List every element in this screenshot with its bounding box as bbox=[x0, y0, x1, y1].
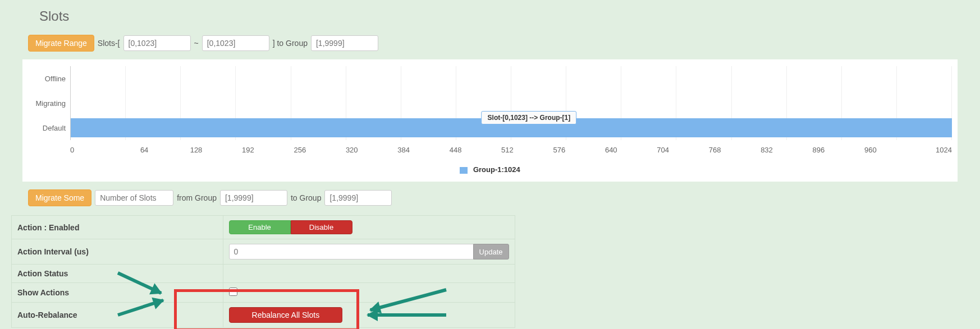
legend-swatch-icon bbox=[460, 167, 468, 174]
show-actions-checkbox[interactable] bbox=[229, 288, 237, 296]
slot-tooltip: Slot-[0,1023] --> Group-[1] bbox=[482, 111, 577, 124]
action-label: Action : Enabled bbox=[12, 216, 223, 239]
track-default: Slot-[0,1023] --> Group-[1] bbox=[71, 115, 952, 140]
x-tick: 768 bbox=[689, 146, 740, 154]
chart-x-axis: 0 64 128 192 256 320 384 448 512 576 640… bbox=[70, 140, 952, 154]
show-actions-label: Show Actions bbox=[12, 283, 223, 303]
disable-button[interactable]: Disable bbox=[291, 220, 352, 234]
x-tick: 128 bbox=[170, 146, 222, 154]
x-tick: 1024 bbox=[900, 146, 952, 154]
legend-label: Group-1:1024 bbox=[473, 165, 520, 174]
tilde-label: ~ bbox=[194, 39, 199, 48]
x-tick: 576 bbox=[533, 146, 585, 154]
y-label-offline: Offline bbox=[28, 66, 70, 91]
migrate-range-row: Migrate Range Slots-[ ~ ] to Group bbox=[6, 33, 974, 54]
chart-legend: Group-1:1024 bbox=[28, 154, 952, 174]
x-tick: 256 bbox=[274, 146, 326, 154]
enable-button[interactable]: Enable bbox=[229, 220, 291, 234]
migrate-some-row: Migrate Some from Group to Group bbox=[6, 187, 974, 208]
migrate-some-button[interactable]: Migrate Some bbox=[28, 189, 91, 206]
x-tick: 704 bbox=[637, 146, 689, 154]
action-status-value bbox=[223, 265, 515, 283]
x-tick: 512 bbox=[482, 146, 533, 154]
interval-label: Action Interval (us) bbox=[12, 239, 223, 265]
slots-suffix-label: ] to Group bbox=[273, 39, 308, 48]
migrate-range-to-input[interactable] bbox=[202, 35, 269, 51]
chart-plot-area[interactable]: Slot-[0,1023] --> Group-[1] bbox=[70, 66, 952, 140]
slots-prefix-label: Slots-[ bbox=[98, 39, 120, 48]
config-table: Action : Enabled Enable Disable Action I… bbox=[11, 215, 515, 328]
slots-chart: Offline Migrating Default Slot-[0,1023] … bbox=[22, 59, 958, 182]
x-tick: 832 bbox=[741, 146, 793, 154]
x-tick: 320 bbox=[326, 146, 378, 154]
section-title: Slots bbox=[6, 6, 974, 33]
auto-rebalance-label: Auto-Rebalance bbox=[12, 303, 223, 328]
interval-input[interactable] bbox=[229, 244, 474, 260]
x-tick: 64 bbox=[118, 146, 170, 154]
migrate-range-button[interactable]: Migrate Range bbox=[28, 35, 94, 52]
y-label-default: Default bbox=[28, 115, 70, 140]
x-tick: 896 bbox=[793, 146, 844, 154]
track-offline bbox=[71, 66, 952, 91]
migrate-range-from-input[interactable] bbox=[123, 35, 191, 51]
migrate-some-to-group-input[interactable] bbox=[324, 190, 392, 206]
y-label-migrating: Migrating bbox=[28, 91, 70, 115]
rebalance-all-slots-button[interactable]: Rebalance All Slots bbox=[229, 307, 343, 323]
x-tick: 960 bbox=[845, 146, 896, 154]
x-tick: 640 bbox=[585, 146, 637, 154]
x-tick: 0 bbox=[70, 146, 122, 154]
to-group-label: to Group bbox=[291, 193, 321, 202]
update-button[interactable]: Update bbox=[473, 244, 509, 260]
action-status-label: Action Status bbox=[12, 265, 223, 283]
x-tick: 192 bbox=[222, 146, 274, 154]
migrate-some-slots-input[interactable] bbox=[95, 190, 173, 206]
migrate-some-from-group-input[interactable] bbox=[220, 190, 287, 206]
chart-y-axis: Offline Migrating Default bbox=[28, 66, 70, 140]
x-tick: 448 bbox=[429, 146, 481, 154]
x-tick: 384 bbox=[378, 146, 429, 154]
migrate-range-group-input[interactable] bbox=[311, 35, 378, 51]
from-group-label: from Group bbox=[177, 193, 217, 202]
